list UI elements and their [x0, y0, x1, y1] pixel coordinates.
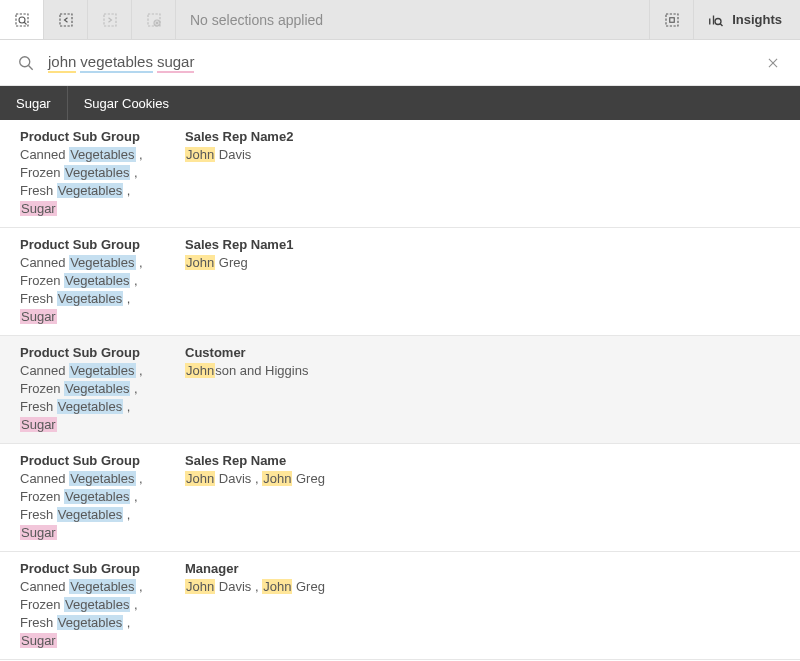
step-back-button[interactable]	[44, 0, 88, 39]
result-row[interactable]: Product Sub GroupCanned Vegetables ,Froz…	[0, 120, 800, 228]
field-name: Sales Rep Name2	[185, 129, 780, 144]
search-icon	[16, 53, 36, 73]
svg-rect-3	[60, 14, 72, 26]
selections-status: No selections applied	[176, 0, 649, 39]
svg-line-2	[24, 22, 26, 24]
result-row[interactable]: Product Sub GroupCanned Vegetables ,Froz…	[0, 552, 800, 660]
search-term: sugar	[157, 53, 195, 73]
svg-line-16	[29, 65, 33, 69]
suggestion-tab[interactable]: Sugar	[0, 86, 67, 120]
results-list: Product Sub GroupCanned Vegetables ,Froz…	[0, 120, 800, 660]
result-row[interactable]: Product Sub GroupCanned Vegetables ,Froz…	[0, 228, 800, 336]
svg-rect-10	[669, 17, 674, 22]
clear-selections-button[interactable]	[132, 0, 176, 39]
field-name: Product Sub Group	[20, 345, 165, 360]
svg-point-13	[715, 18, 721, 24]
selections-tool-button[interactable]	[649, 0, 693, 39]
field-name: Manager	[185, 561, 780, 576]
field-name: Sales Rep Name1	[185, 237, 780, 252]
search-term: vegetables	[80, 53, 153, 73]
insights-label: Insights	[732, 12, 782, 27]
svg-rect-9	[666, 14, 678, 26]
search-term: john	[48, 53, 76, 73]
field-name: Product Sub Group	[20, 237, 165, 252]
suggestion-tab[interactable]: Sugar Cookies	[67, 86, 185, 120]
svg-rect-4	[104, 14, 116, 26]
result-row[interactable]: Product Sub GroupCanned Vegetables ,Froz…	[0, 336, 800, 444]
svg-point-1	[19, 17, 25, 23]
search-input[interactable]: johnvegetablessugar	[48, 53, 766, 73]
field-name: Customer	[185, 345, 780, 360]
insights-icon	[706, 11, 724, 29]
field-name: Product Sub Group	[20, 453, 165, 468]
result-row[interactable]: Product Sub GroupCanned Vegetables ,Froz…	[0, 444, 800, 552]
field-name: Sales Rep Name	[185, 453, 780, 468]
top-toolbar: No selections applied Insights	[0, 0, 800, 40]
svg-line-14	[720, 23, 722, 25]
close-icon[interactable]	[766, 56, 780, 70]
step-forward-button[interactable]	[88, 0, 132, 39]
smart-search-button[interactable]	[0, 0, 44, 39]
field-name: Product Sub Group	[20, 561, 165, 576]
field-name: Product Sub Group	[20, 129, 165, 144]
suggestion-tabs: SugarSugar Cookies	[0, 86, 800, 120]
insights-button[interactable]: Insights	[693, 0, 800, 39]
svg-point-15	[20, 56, 30, 66]
search-row: johnvegetablessugar	[0, 40, 800, 86]
